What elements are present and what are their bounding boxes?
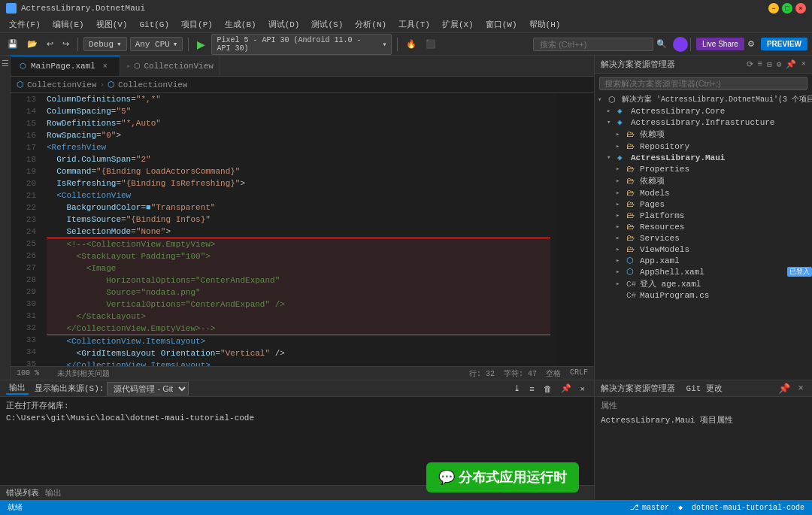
toolbar-undo-btn[interactable]: ↩ <box>44 38 56 50</box>
preview-button[interactable]: PREVIEW <box>761 38 807 50</box>
props-label: Properties <box>640 165 812 174</box>
code-line-21: <CollectionView <box>47 189 550 201</box>
menu-edit[interactable]: 编辑(E) <box>47 17 90 32</box>
toolbar-open-btn[interactable]: 📂 <box>24 38 41 50</box>
breadcrumb-sep: › <box>99 80 105 89</box>
git-tab[interactable]: Git 更改 <box>686 384 723 393</box>
code-line-32: </CollectionView.EmptyView>--> <box>47 323 550 335</box>
menu-debug[interactable]: 调试(D) <box>262 17 306 32</box>
minimize-button[interactable]: − <box>768 3 779 14</box>
toolbar-save-btn[interactable]: 💾 <box>5 38 21 50</box>
minimap <box>556 93 594 366</box>
breadcrumb-label-1: CollectionView <box>27 80 96 89</box>
tab-close-icon[interactable]: × <box>100 62 111 71</box>
device-dropdown[interactable]: Pixel 5 - API 30 (Android 11.0 - API 30)… <box>211 34 392 55</box>
platform-dropdown[interactable]: Any CPU ▾ <box>130 37 183 51</box>
menu-build[interactable]: 生成(B) <box>219 17 262 32</box>
badge-login: 已登入 <box>787 267 812 277</box>
solution-icon: ⬡ <box>608 95 620 105</box>
status-bar-right: ⎇ master ◆ dotnet-maui-tutorial-code <box>630 503 804 512</box>
menu-analyze[interactable]: 分析(N) <box>349 17 392 32</box>
tree-item-maui[interactable]: ▾ ◈ ActressLibrary.Maui <box>595 152 812 163</box>
output-ctrl-1[interactable]: ⤓ <box>511 382 523 395</box>
maximize-button[interactable]: □ <box>782 3 792 14</box>
tree-item-resources[interactable]: ▸ 🗁 Resources <box>595 221 812 232</box>
toolbar-misc-btn[interactable]: ⬛ <box>423 38 439 50</box>
expand-login-icon: ▸ <box>616 280 626 288</box>
flame-button[interactable]: 🔥 <box>403 38 420 50</box>
tree-item-props[interactable]: ▸ 🗁 Properties <box>595 163 812 174</box>
prop-header: 解决方案资源管理器 Git 更改 📌 × <box>595 380 812 397</box>
expand-viewmodels-icon: ▸ <box>616 245 626 253</box>
main-area: ☰ ⬡ MainPage.xaml × ▸ ⬡ CollectionView ⬡… <box>0 56 812 380</box>
output-close-btn[interactable]: × <box>577 382 588 395</box>
panel-close-icon[interactable]: × <box>801 59 806 69</box>
sync-icon[interactable]: ⟳ <box>747 59 753 69</box>
tree-item-deps2[interactable]: ▸ 🗁 依赖项 <box>595 174 812 187</box>
solution-root[interactable]: ▾ ⬡ 解决方案 'ActressLibrary.DotnetMaui'(3 个… <box>595 93 812 105</box>
tree-item-viewmodels[interactable]: ▸ 🗁 ViewModels <box>595 244 812 255</box>
search-input[interactable] <box>533 38 653 51</box>
properties-label: 属性 <box>601 400 806 411</box>
tab-collectionview[interactable]: ▸ ⬡ CollectionView <box>120 56 220 76</box>
menu-git[interactable]: Git(G) <box>133 19 175 31</box>
tree-item-repo[interactable]: ▸ 🗁 Repository <box>595 141 812 152</box>
run-button[interactable]: ▶ <box>194 37 208 52</box>
tree-item-loginpage[interactable]: ▸ C# 登入 age.xaml <box>595 277 812 290</box>
menu-help[interactable]: 帮助(H) <box>523 17 567 32</box>
output-ctrl-3[interactable]: 🗑 <box>541 382 555 395</box>
tab-mainpage-xaml[interactable]: ⬡ MainPage.xaml × <box>11 56 120 76</box>
code-line-20: IsRefreshing="{Binding IsRefreshing}"> <box>47 177 550 189</box>
debug-config-label: Debug <box>89 40 114 49</box>
output-tab[interactable]: 输出 <box>6 382 29 395</box>
activity-icon[interactable]: ☰ <box>2 59 9 68</box>
menu-extensions[interactable]: 扩展(X) <box>436 17 480 32</box>
expand-services-icon: ▸ <box>616 234 626 242</box>
tree-item-appxaml[interactable]: ▸ ⬡ App.xaml <box>595 255 812 266</box>
tree-item-infra[interactable]: ▾ ◈ ActressLibrary.Infrastructure <box>595 117 812 128</box>
activity-bar: ☰ <box>0 56 11 380</box>
breadcrumb-item-1[interactable]: ⬡ <box>17 80 24 89</box>
panel-close-btn[interactable]: × <box>795 382 806 395</box>
settings-icon[interactable]: ⚙ <box>777 59 782 69</box>
panel-icons: ⟳ ≡ ⊟ ⚙ 📌 × <box>747 59 806 69</box>
close-button[interactable]: × <box>795 3 806 14</box>
toolbar-extra-btn[interactable]: ⚙ <box>744 38 758 50</box>
live-share-button[interactable]: Live Share <box>696 38 744 50</box>
tree-item-platforms[interactable]: ▸ 🗁 Platforms <box>595 210 812 221</box>
wechat-text: 分布式应用运行时 <box>459 470 567 485</box>
tree-item-core[interactable]: ▸ ◈ ActressLibrary.Core <box>595 105 812 117</box>
output-pin-btn[interactable]: 📌 <box>558 382 574 395</box>
git-branch[interactable]: ⎇ master <box>630 503 669 512</box>
folder-icon: 🗁 <box>626 129 638 139</box>
menu-tools[interactable]: 工具(T) <box>392 17 436 32</box>
tree-item-appshell[interactable]: ▸ ⬡ AppShell.xaml 已登入 <box>595 266 812 277</box>
menu-project[interactable]: 项目(P) <box>175 17 219 32</box>
tree-item-deps[interactable]: ▸ 🗁 依赖项 <box>595 128 812 141</box>
solution-search-input[interactable] <box>599 77 807 90</box>
collapse-icon[interactable]: ⊟ <box>767 59 772 69</box>
menu-test[interactable]: 测试(S) <box>305 17 349 32</box>
error-list-tab[interactable]: 错误列表 <box>6 487 39 498</box>
output-source-dropdown[interactable]: 源代码管理 - Git <box>107 382 189 395</box>
solution-tab[interactable]: 解决方案资源管理器 <box>601 384 675 393</box>
models-label: Models <box>640 189 812 198</box>
menu-view[interactable]: 视图(V) <box>90 17 134 32</box>
appshell-icon: ⬡ <box>626 267 638 277</box>
tree-item-models[interactable]: ▸ 🗁 Models <box>595 187 812 198</box>
output-bottom-tab[interactable]: 输出 <box>45 487 62 498</box>
debug-config-dropdown[interactable]: Debug ▾ <box>83 37 127 51</box>
panel-pin-btn[interactable]: 📌 <box>776 382 792 395</box>
tree-item-mauiprogram[interactable]: C# MauiProgram.cs <box>595 290 812 301</box>
panel-pin-icon[interactable]: 📌 <box>786 59 796 69</box>
tree-item-services[interactable]: ▸ 🗁 Services <box>595 232 812 244</box>
menu-file[interactable]: 文件(F) <box>3 17 47 32</box>
filter-icon[interactable]: ≡ <box>758 59 763 69</box>
search-button[interactable]: 🔍 <box>653 38 670 50</box>
maui-project-icon: ◈ <box>617 153 629 162</box>
tree-item-pages[interactable]: ▸ 🗁 Pages <box>595 198 812 210</box>
menu-window[interactable]: 窗口(W) <box>480 17 523 32</box>
output-ctrl-2[interactable]: ≡ <box>526 382 537 395</box>
toolbar-redo-btn[interactable]: ↪ <box>59 38 72 50</box>
code-content[interactable]: ColumnDefinitions="*,*" ColumnSpacing="5… <box>41 93 556 366</box>
